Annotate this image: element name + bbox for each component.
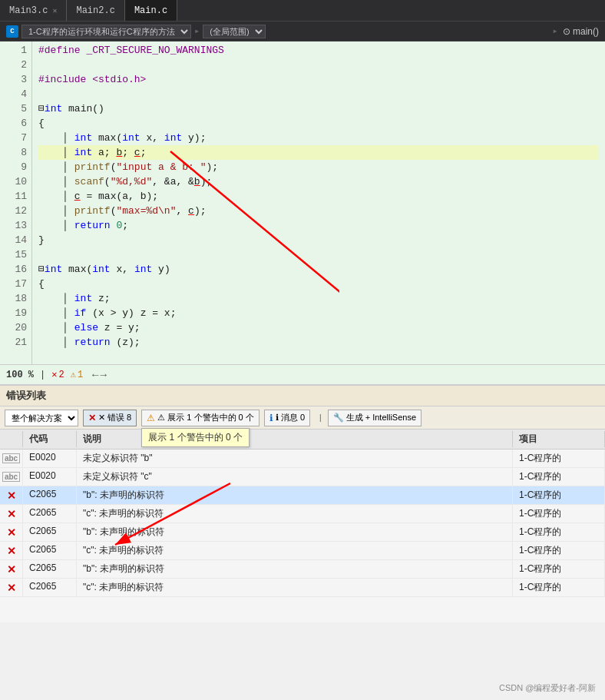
error-row-0-project: 1-C程序的 [513, 450, 605, 467]
error-row-2[interactable]: ✕ C2065 "b": 未声明的标识符 1-C程序的 [0, 486, 605, 505]
error-filter-btn[interactable]: ✕ ✕ 错误 8 [83, 410, 137, 426]
error-table-header: 代码 说明 项目 [0, 430, 605, 450]
error-row-5-icon: ✕ [0, 542, 23, 559]
scope-select[interactable]: 整个解决方案 [5, 410, 78, 426]
error-row-6[interactable]: ✕ C2065 "b": 未声明的标识符 1-C程序的 [0, 560, 605, 579]
error-row-5-project: 1-C程序的 [513, 542, 605, 559]
error-row-3-code: C2065 [23, 505, 77, 523]
info-filter-btn[interactable]: ℹ ℹ 消息 0 [264, 410, 310, 426]
code-content[interactable]: #define _CRT_SECURE_NO_WARNINGS #include… [32, 41, 605, 364]
error-row-3-icon: ✕ [0, 505, 23, 523]
col-icon [0, 431, 23, 447]
code-line-5: ⊟int main() [38, 101, 599, 116]
error-row-7-project: 1-C程序的 [513, 579, 605, 596]
tab-main-label: Main.c [134, 5, 167, 16]
breadcrumb-icon: C [6, 25, 18, 38]
tab-main3[interactable]: Main3.c ✕ [0, 0, 67, 21]
nav-arrows: ← → [92, 369, 107, 381]
error-row-1-code: E0020 [23, 468, 77, 486]
error-panel-title: 错误列表 [6, 390, 46, 401]
code-line-10: │ scanf("%d,%d", &a, &b); [38, 174, 599, 189]
warn-icon: ⚠ [71, 369, 76, 380]
code-line-15 [38, 247, 599, 262]
error-row-1-icon: abc [0, 468, 23, 486]
nav-right[interactable]: → [101, 369, 107, 381]
error-panel-header: 错误列表 [0, 386, 605, 406]
error-row-3[interactable]: ✕ C2065 "c": 未声明的标识符 1-C程序的 [0, 505, 605, 523]
warn-tooltip: 展示 1 个警告中的 0 个 [141, 428, 250, 447]
error-row-6-code: C2065 [23, 560, 77, 578]
error-row-7[interactable]: ✕ C2065 "c": 未声明的标识符 1-C程序的 [0, 579, 605, 597]
error-row-2-code: C2065 [23, 486, 77, 504]
error-row-1[interactable]: abc E0020 未定义标识符 "c" 1-C程序的 [0, 468, 605, 486]
error-panel-toolbar: 整个解决方案 ✕ ✕ 错误 8 ⚠ ⚠ 展示 1 个警告中的 0 个 展示 1 … [0, 406, 605, 430]
error-row-7-icon: ✕ [0, 579, 23, 596]
code-line-20: │ else z = y; [38, 320, 599, 335]
error-row-0-desc: 未定义标识符 "b" [77, 450, 513, 467]
error-row-7-code: C2065 [23, 579, 77, 596]
error-row-2-project: 1-C程序的 [513, 486, 605, 504]
tab-main3-close[interactable]: ✕ [52, 6, 57, 15]
error-filter-icon: ✕ [88, 413, 96, 423]
divider: | [318, 413, 323, 423]
nav-left[interactable]: ← [92, 369, 98, 381]
error-row-3-project: 1-C程序的 [513, 505, 605, 523]
code-line-9: │ printf("input a & b: "); [38, 160, 599, 174]
breadcrumb-function: ⊙ main() [563, 26, 599, 37]
build-filter-btn[interactable]: 🔧 生成 + IntelliSense [328, 410, 422, 426]
code-line-16: ⊟int max(int x, int y) [38, 262, 599, 277]
breadcrumb-icon-letter: C [10, 28, 14, 35]
error-count[interactable]: ✕ 2 [51, 369, 64, 380]
error-row-3-desc: "c": 未声明的标识符 [77, 505, 513, 523]
error-row-2-icon: ✕ [0, 486, 23, 504]
code-line-19: │ if (x > y) z = x; [38, 306, 599, 320]
code-line-8: │ int a; b; c; [38, 145, 599, 160]
line-numbers: 12345 678910 1112131415 1617181920 21 [0, 41, 32, 364]
editor-area: 12345 678910 1112131415 1617181920 21 #d… [0, 41, 605, 364]
error-row-5-code: C2065 [23, 542, 77, 559]
error-filter-label: ✕ 错误 8 [98, 412, 131, 423]
error-row-4-desc: "b": 未声明的标识符 [77, 523, 513, 541]
breadcrumb-project-select[interactable]: 1-C程序的运行环境和运行C程序的方法 [21, 25, 191, 38]
tab-main3-label: Main3.c [9, 5, 48, 16]
code-line-2 [38, 58, 599, 72]
code-line-3: #include <stdio.h> [38, 72, 599, 87]
error-row-1-project: 1-C程序的 [513, 468, 605, 486]
error-row-6-project: 1-C程序的 [513, 560, 605, 578]
error-row-0[interactable]: abc E0020 未定义标识符 "b" 1-C程序的 [0, 450, 605, 468]
error-row-0-code: E0020 [23, 450, 77, 467]
error-row-7-desc: "c": 未声明的标识符 [77, 579, 513, 596]
error-row-4-icon: ✕ [0, 523, 23, 541]
tab-main2[interactable]: Main2.c [67, 0, 124, 21]
error-row-4-project: 1-C程序的 [513, 523, 605, 541]
code-line-21: │ return (z); [38, 335, 599, 350]
breadcrumb-sep1: ▸ [194, 25, 200, 37]
code-line-4 [38, 87, 599, 101]
warn-count[interactable]: ⚠ 1 [71, 369, 83, 380]
breadcrumb-scope-select[interactable]: (全局范围) [203, 25, 266, 38]
col-project: 项目 [513, 431, 605, 447]
tab-main2-label: Main2.c [76, 5, 114, 16]
warn-filter-btn[interactable]: ⚠ ⚠ 展示 1 个警告中的 0 个 [141, 410, 260, 426]
build-icon: 🔧 [333, 413, 344, 423]
code-line-14: } [38, 233, 599, 247]
code-line-12: │ printf("max=%d\n", c); [38, 204, 599, 218]
code-line-17: { [38, 277, 599, 291]
breadcrumb-right: ▸ ⊙ main() [552, 25, 599, 37]
code-line-7: │ int max(int x, int y); [38, 131, 599, 145]
error-table[interactable]: 代码 说明 项目 abc E0020 未定义标识符 "b" 1-C程序的 abc… [0, 430, 605, 622]
tab-bar: Main3.c ✕ Main2.c Main.c [0, 0, 605, 22]
zoom-level: 100 % [6, 370, 34, 380]
status-bar: 100 % | ✕ 2 ⚠ 1 ← → [0, 364, 605, 384]
tab-main[interactable]: Main.c [125, 0, 177, 21]
error-row-5[interactable]: ✕ C2065 "c": 未声明的标识符 1-C程序的 [0, 542, 605, 560]
code-line-6: { [38, 116, 599, 131]
breadcrumb-sep2: ▸ [552, 25, 557, 37]
error-row-4[interactable]: ✕ C2065 "b": 未声明的标识符 1-C程序的 [0, 523, 605, 542]
error-row-5-desc: "c": 未声明的标识符 [77, 542, 513, 559]
error-row-6-icon: ✕ [0, 560, 23, 578]
error-row-4-code: C2065 [23, 523, 77, 541]
code-line-11: │ c = max(a, b); [38, 189, 599, 204]
code-line-13: │ return 0; [38, 218, 599, 233]
error-row-2-desc: "b": 未声明的标识符 [77, 486, 513, 504]
